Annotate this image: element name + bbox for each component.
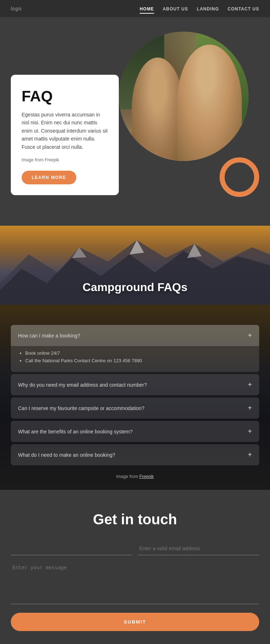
- hero-circle-image: [119, 32, 248, 161]
- faq-answer-1-item-1: Book online 24/7: [25, 350, 252, 356]
- campground-faqs-body: How can I make a booking? + Book online …: [0, 303, 270, 490]
- contact-message-textarea[interactable]: [11, 561, 259, 604]
- nav-link-contact[interactable]: CONTACT US: [228, 6, 259, 13]
- faq-toggle-3-icon: +: [248, 404, 252, 412]
- freepik-link[interactable]: Freepik: [139, 474, 154, 479]
- faq-toggle-4-icon: +: [248, 427, 252, 436]
- faq-item-1: How can I make a booking? + Book online …: [11, 325, 259, 372]
- twitter-icon[interactable]: [118, 642, 131, 644]
- faq-question-3[interactable]: Can I reserve my favourite campsite or a…: [11, 397, 259, 419]
- learn-more-button[interactable]: LEARN MORE: [22, 171, 76, 184]
- submit-button[interactable]: SUBMIT: [11, 613, 259, 631]
- contact-email-input[interactable]: [138, 542, 259, 555]
- person-two: [177, 45, 242, 161]
- hero-image-credit: Image from Freepik: [22, 157, 108, 164]
- nav-link-landing[interactable]: LANDING: [197, 6, 219, 13]
- faq-question-3-text: Can I reserve my favourite campsite or a…: [18, 405, 144, 411]
- logo: logo: [11, 6, 22, 12]
- faq-image-credit: Image from Freepik: [11, 474, 259, 479]
- faq-question-4-text: What are the benefits of an online booki…: [18, 429, 132, 434]
- decorative-circle: [220, 157, 259, 197]
- hero-section: FAQ Egestas purus viverra accumsan in ni…: [0, 17, 270, 226]
- faq-card-body: Egestas purus viverra accumsan in nisl n…: [22, 111, 108, 151]
- googleplus-icon[interactable]: G+: [159, 642, 172, 644]
- nav-link-about[interactable]: ABOUT US: [163, 6, 188, 13]
- faq-accordion: How can I make a booking? + Book online …: [11, 325, 259, 465]
- social-icons: G+: [11, 642, 259, 644]
- nav-item-about[interactable]: ABOUT US: [163, 5, 188, 12]
- nav-item-contact[interactable]: CONTACT US: [228, 5, 259, 12]
- faq-item-3: Can I reserve my favourite campsite or a…: [11, 397, 259, 419]
- faq-question-5[interactable]: What do I need to make an online booking…: [11, 444, 259, 465]
- faq-answer-1-item-2: Call the National Parks Contact Centre o…: [25, 358, 252, 363]
- faq-question-1[interactable]: How can I make a booking? +: [11, 325, 259, 346]
- navigation: logo HOME ABOUT US LANDING CONTACT US: [0, 0, 270, 17]
- faq-question-4[interactable]: What are the benefits of an online booki…: [11, 421, 259, 442]
- campground-faq-section: Campground FAQs How can I make a booking…: [0, 226, 270, 490]
- contact-section: Get in touch SUBMIT G+: [0, 490, 270, 644]
- faq-item-4: What are the benefits of an online booki…: [11, 421, 259, 442]
- nav-links: HOME ABOUT US LANDING CONTACT US: [140, 5, 259, 12]
- faq-question-5-text: What do I need to make an online booking…: [18, 452, 115, 458]
- faq-answer-1-list: Book online 24/7 Call the National Parks…: [22, 350, 252, 363]
- hero-image-inner: [119, 32, 248, 161]
- instagram-icon[interactable]: [139, 642, 152, 644]
- contact-title: Get in touch: [11, 511, 259, 528]
- faq-item-5: What do I need to make an online booking…: [11, 444, 259, 465]
- faq-toggle-1-icon: +: [248, 331, 252, 340]
- nav-link-home[interactable]: HOME: [140, 6, 154, 14]
- contact-name-input[interactable]: [11, 542, 132, 555]
- faq-item-2: Why do you need my email address and con…: [11, 374, 259, 395]
- person-one: [132, 58, 184, 161]
- contact-form-row-1: [11, 542, 259, 555]
- faq-card-title: FAQ: [22, 88, 108, 105]
- faq-card: FAQ Egestas purus viverra accumsan in ni…: [11, 75, 119, 195]
- mountain-background: Campground FAQs: [0, 226, 270, 305]
- nav-item-home[interactable]: HOME: [140, 5, 154, 12]
- faq-toggle-2-icon: +: [248, 381, 252, 389]
- faq-answer-1: Book online 24/7 Call the National Parks…: [11, 346, 259, 372]
- facebook-icon[interactable]: [98, 642, 111, 644]
- faq-question-2[interactable]: Why do you need my email address and con…: [11, 374, 259, 395]
- faq-toggle-5-icon: +: [248, 451, 252, 459]
- campground-title-overlay: Campground FAQs: [0, 281, 270, 294]
- nav-item-landing[interactable]: LANDING: [197, 5, 219, 12]
- faq-question-1-text: How can I make a booking?: [18, 333, 80, 339]
- faq-question-2-text: Why do you need my email address and con…: [18, 382, 147, 388]
